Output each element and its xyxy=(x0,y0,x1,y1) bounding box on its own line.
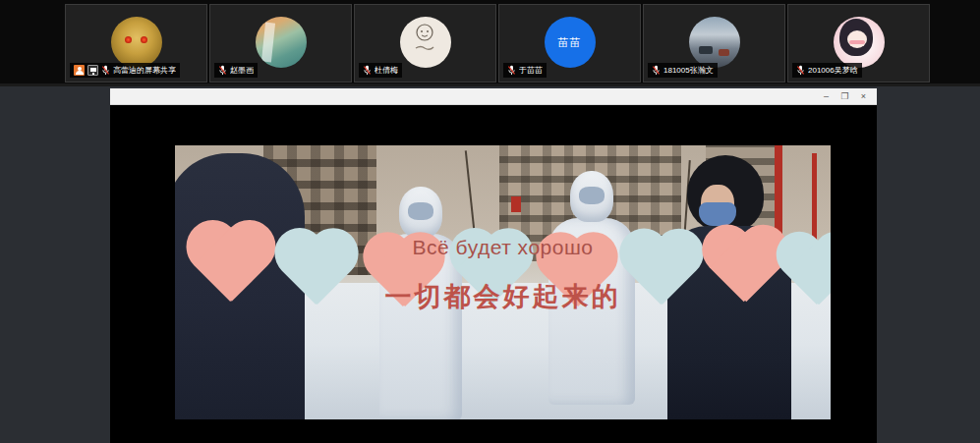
scene-visor xyxy=(408,202,433,220)
mic-muted-icon xyxy=(796,65,805,76)
participant-tile-sharer[interactable]: 高蕾迪的屏幕共享 xyxy=(65,4,207,83)
participant-tile[interactable]: 苗苗 于苗苗 xyxy=(498,4,641,83)
shared-screen-area: – ❐ × xyxy=(0,86,980,443)
participant-label: 181005张瀚文 xyxy=(648,63,718,78)
participant-label: 高蕾迪的屏幕共享 xyxy=(70,63,180,78)
participant-label: 201006吴梦晗 xyxy=(792,63,862,78)
participant-label: 赵墨画 xyxy=(214,63,258,78)
video-frame: Всё будет хорошо 一切都会好起来的 xyxy=(175,145,831,419)
avatar-detail xyxy=(699,46,713,54)
shared-video-window: – ❐ × xyxy=(110,88,877,443)
caption-chinese: 一切都会好起来的 xyxy=(175,279,831,314)
mic-muted-icon xyxy=(507,65,516,76)
scene-face-mask xyxy=(699,202,736,226)
avatar-detail xyxy=(847,30,867,48)
window-titlebar: – ❐ × xyxy=(110,88,877,105)
participant-tile[interactable]: 181005张瀚文 xyxy=(643,4,785,83)
video-player-background: Всё будет хорошо 一切都会好起来的 xyxy=(110,105,877,443)
caption-russian: Всё будет хорошо xyxy=(175,236,831,259)
participant-tile[interactable]: 杜倩梅 xyxy=(354,4,496,83)
avatar-doodle-face xyxy=(400,17,451,68)
avatar-street-photo xyxy=(689,17,740,68)
participant-tile[interactable]: 201006吴梦晗 xyxy=(787,4,930,83)
screen-share-icon xyxy=(87,65,98,76)
presenter-icon xyxy=(74,65,85,76)
mic-muted-icon xyxy=(363,65,372,76)
participant-name: 于苗苗 xyxy=(519,65,543,76)
avatar-anime-girl xyxy=(834,17,885,68)
avatar-detail xyxy=(125,36,132,43)
avatar-initials: 苗苗 xyxy=(558,35,582,50)
avatar-detail xyxy=(719,49,729,56)
participant-strip: 高蕾迪的屏幕共享 赵墨画 xyxy=(0,0,980,86)
participant-name: 赵墨画 xyxy=(230,65,254,76)
scene-visor xyxy=(579,187,605,204)
avatar-detail xyxy=(410,23,439,58)
mic-muted-icon xyxy=(101,65,110,76)
avatar-golden-cat xyxy=(111,17,162,68)
participant-tile[interactable]: 赵墨画 xyxy=(209,4,352,83)
mic-muted-icon xyxy=(652,65,661,76)
participant-label: 于苗苗 xyxy=(503,63,547,78)
participant-label: 杜倩梅 xyxy=(359,63,402,78)
avatar-detail xyxy=(260,23,274,63)
participant-name: 201006吴梦晗 xyxy=(808,65,858,76)
participant-name: 高蕾迪的屏幕共享 xyxy=(113,65,176,76)
avatar-detail xyxy=(849,40,865,44)
avatar-blue-initials: 苗苗 xyxy=(545,17,596,68)
scene-red-flag xyxy=(511,196,521,212)
participant-tiles: 高蕾迪的屏幕共享 赵墨画 xyxy=(65,4,930,83)
avatar-detail xyxy=(141,36,147,43)
minimize-button[interactable]: – xyxy=(819,90,834,103)
participant-name: 杜倩梅 xyxy=(375,65,398,76)
mic-muted-icon xyxy=(218,65,227,76)
avatar-oil-painting xyxy=(256,17,307,68)
close-button[interactable]: × xyxy=(856,90,871,103)
restore-button[interactable]: ❐ xyxy=(837,90,852,103)
participant-name: 181005张瀚文 xyxy=(663,65,714,76)
